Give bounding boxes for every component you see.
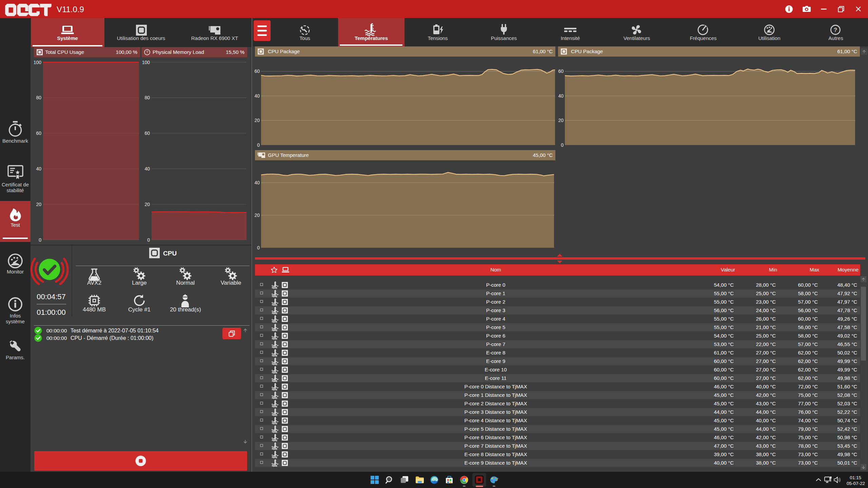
svg-text:?: ? [834,27,837,33]
svg-text:?: ? [146,50,148,54]
